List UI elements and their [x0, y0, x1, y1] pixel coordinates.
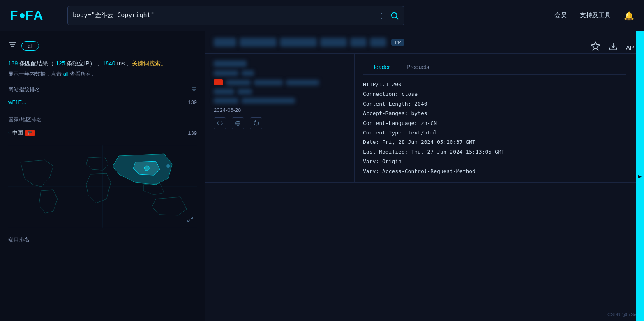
- ip-count: 125: [55, 60, 65, 67]
- extra-blur-4: [242, 98, 295, 104]
- results-summary: 139 条匹配结果（ 125 条独立IP）， 1840 ms， 关键词搜索。: [8, 59, 197, 68]
- extra-blur-3: [214, 98, 238, 104]
- svg-point-10: [144, 166, 149, 171]
- keyword-search-link[interactable]: 关键词搜索。: [132, 60, 166, 67]
- map-expand-button[interactable]: [187, 216, 194, 224]
- result-date: 2024-06-28: [214, 107, 346, 113]
- nav-support-tools[interactable]: 支持及工具: [580, 12, 611, 19]
- download-button[interactable]: [609, 42, 618, 53]
- search-bar: ⋮: [67, 6, 404, 25]
- globe-action-button[interactable]: [232, 117, 244, 129]
- watermark: CSDN @0xSec!: [607, 312, 640, 317]
- header-detail: HTTP/1.1 200 Connection: close Content-L…: [363, 80, 626, 176]
- time-ms: 1840: [103, 60, 115, 67]
- port-blur: [214, 70, 238, 76]
- blurred-tag-3: [280, 38, 317, 47]
- sidebar: all 139 条匹配结果（ 125 条独立IP）， 1840 ms， 关键词搜…: [0, 31, 205, 321]
- tab-products[interactable]: Products: [398, 60, 437, 74]
- logo-fo: F: [10, 8, 19, 23]
- header-line-8: Vary: Origin: [363, 157, 626, 166]
- chevron-right-icon: ›: [8, 130, 10, 135]
- star-button[interactable]: [591, 41, 600, 53]
- port-blur-2: [242, 70, 254, 76]
- logo[interactable]: FFA: [10, 8, 59, 23]
- all-data-link[interactable]: all: [63, 71, 69, 77]
- refresh-action-button[interactable]: [250, 117, 262, 129]
- bell-icon[interactable]: 🔔: [624, 11, 634, 21]
- extra-blur-2: [238, 89, 252, 95]
- nav-membership[interactable]: 会员: [554, 12, 567, 19]
- result-count: 139: [8, 60, 18, 67]
- results-panel: API ▶ 144: [205, 31, 644, 321]
- results-sub: 显示一年内数据，点击 all 查看所有。: [8, 70, 197, 78]
- world-map: [8, 145, 197, 228]
- result-card: 2024-06-28: [205, 54, 644, 183]
- country-name: 中国: [12, 129, 23, 136]
- country-count: 139: [188, 130, 197, 136]
- fingerprint-filter-icon[interactable]: [191, 86, 197, 93]
- header-line-6: Date: Fri, 28 Jun 2024 05:20:37 GMT: [363, 137, 626, 147]
- extra-line: [214, 89, 346, 95]
- label-ms: ms，: [117, 60, 131, 67]
- header-line-1: Connection: close: [363, 89, 626, 99]
- code-action-button[interactable]: [214, 117, 226, 129]
- top-result-row: 144: [205, 31, 636, 54]
- search-input[interactable]: [73, 12, 378, 19]
- svg-point-9: [166, 165, 170, 168]
- country-section-title: 国家/地区排名: [8, 116, 197, 123]
- filter-all-badge[interactable]: all: [21, 41, 39, 51]
- header-line-7: Last-Modified: Thu, 27 Jun 2024 15:13:05…: [363, 147, 626, 157]
- label-ip: 条独立IP），: [67, 60, 101, 67]
- domain-blur-2: [254, 80, 283, 85]
- logo-fa: FA: [25, 8, 44, 23]
- port-line: [214, 70, 346, 76]
- more-options-button[interactable]: ⋮: [378, 11, 385, 20]
- fingerprint-name: wF1E...: [8, 99, 26, 105]
- header-line-4: Content-Language: zh-CN: [363, 118, 626, 128]
- right-actions: API: [591, 41, 636, 53]
- main-content: all 139 条匹配结果（ 125 条独立IP）， 1840 ms， 关键词搜…: [0, 31, 644, 321]
- ip-blur-1: [214, 60, 247, 67]
- search-button[interactable]: [390, 11, 399, 20]
- result-card-body: 2024-06-28: [205, 54, 644, 182]
- header-nav: 会员 支持及工具 🔔: [554, 11, 634, 21]
- tab-header[interactable]: Header: [363, 60, 398, 74]
- header-line-3: Accept-Ranges: bytes: [363, 109, 626, 118]
- header-line-5: Content-Type: text/html: [363, 128, 626, 137]
- map-svg: [8, 145, 197, 228]
- header-line-2: Content-Length: 2040: [363, 99, 626, 109]
- fingerprint-item[interactable]: wF1E... 139: [8, 97, 197, 108]
- domain-line: [214, 79, 346, 85]
- label-results: 条匹配结果（: [19, 60, 54, 67]
- filter-icon: [8, 42, 16, 50]
- header: FFA ⋮ 会员 支持及工具 🔔: [0, 0, 644, 31]
- result-right: Header Products HTTP/1.1 200 Connection:…: [355, 54, 634, 182]
- fingerprint-count: 139: [188, 99, 197, 105]
- svg-line-1: [396, 17, 398, 19]
- blurred-tag-2: [240, 38, 277, 47]
- header-line-0: HTTP/1.1 200: [363, 80, 626, 89]
- more-icon: ⋮: [378, 11, 385, 20]
- china-flag-icon: 🏴: [25, 130, 35, 136]
- extra-line-2: [214, 98, 346, 104]
- api-button[interactable]: API: [626, 44, 636, 51]
- logo-circle: [20, 13, 25, 18]
- blurred-tag-1: [214, 38, 236, 47]
- result-left: 2024-06-28: [205, 54, 355, 182]
- fingerprint-section-title: 网站指纹排名: [8, 86, 197, 93]
- ip-line: [214, 60, 346, 67]
- domain-blur-1: [226, 80, 251, 85]
- header-line-9: Vary: Access-Control-Request-Method: [363, 166, 626, 176]
- right-panel-toggle[interactable]: ▶: [636, 31, 644, 321]
- svg-marker-15: [591, 42, 600, 50]
- country-item-china[interactable]: › 中国 🏴 139: [8, 127, 197, 139]
- toggle-icon: ▶: [637, 173, 643, 179]
- extra-blur: [214, 89, 234, 95]
- blurred-tag-5: [350, 38, 367, 47]
- result-actions: [214, 117, 346, 129]
- port-section-title: 端口排名: [8, 236, 197, 243]
- cn-flag: [214, 79, 223, 85]
- domain-blur-3: [286, 80, 319, 85]
- count-badge: 144: [391, 39, 404, 46]
- blurred-tag-6: [370, 38, 386, 47]
